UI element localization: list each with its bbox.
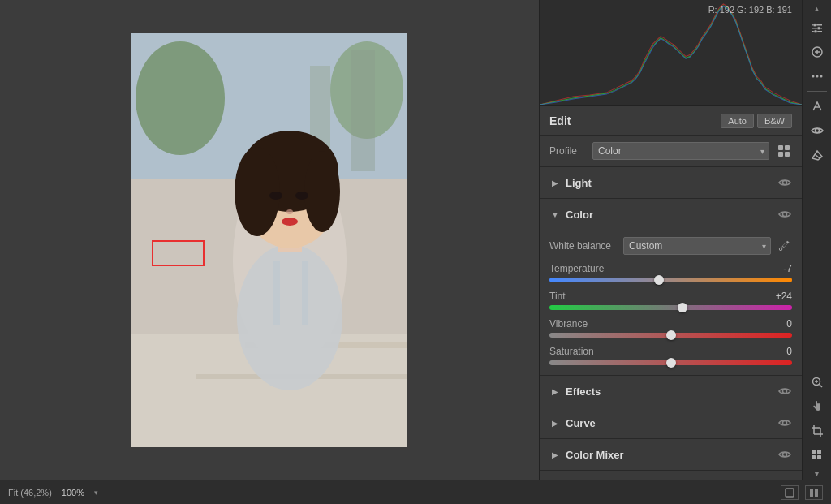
curve-eye-icon[interactable] xyxy=(777,416,792,430)
svg-rect-24 xyxy=(778,145,783,150)
svg-point-34 xyxy=(783,421,787,425)
vibrance-value: 0 xyxy=(768,318,792,330)
svg-line-44 xyxy=(815,155,820,159)
temperature-track[interactable] xyxy=(549,278,792,282)
saturation-track[interactable] xyxy=(549,360,792,365)
section-curve[interactable]: ▶ Curve xyxy=(540,407,802,439)
svg-rect-27 xyxy=(785,152,790,157)
color-title: Color xyxy=(566,209,777,221)
scroll-up-arrow[interactable]: ▲ xyxy=(806,3,829,15)
vibrance-label: Vibrance xyxy=(549,318,588,330)
curve-chevron: ▶ xyxy=(549,417,561,429)
svg-point-29 xyxy=(783,213,787,217)
saturation-row: Saturation 0 xyxy=(549,346,792,365)
svg-rect-23 xyxy=(540,0,802,105)
tool-crop-icon[interactable] xyxy=(806,420,829,442)
svg-point-20 xyxy=(282,218,298,226)
wb-select[interactable]: Custom As Shot Auto Daylight Cloudy Shad… xyxy=(623,237,771,255)
light-eye-icon[interactable] xyxy=(777,175,792,190)
tool-zoom-icon[interactable] xyxy=(806,371,829,394)
histogram-chart xyxy=(540,0,802,105)
main-layout: R: 192 G: 192 B: 191 E xyxy=(0,0,831,480)
profile-select-wrapper: Color Adobe Color Adobe Landscape Adobe … xyxy=(592,142,769,160)
svg-point-42 xyxy=(820,75,822,78)
svg-point-37 xyxy=(817,27,820,30)
panel-main: R: 192 G: 192 B: 191 E xyxy=(540,0,802,480)
svg-rect-7 xyxy=(351,50,375,171)
section-light[interactable]: ▶ Light xyxy=(540,167,802,199)
svg-rect-22 xyxy=(302,261,308,325)
auto-button[interactable]: Auto xyxy=(721,114,754,128)
photo-container xyxy=(131,33,407,447)
svg-point-36 xyxy=(813,24,816,27)
svg-point-16 xyxy=(304,151,340,232)
tint-track[interactable] xyxy=(549,305,792,310)
svg-rect-54 xyxy=(817,450,821,454)
svg-point-17 xyxy=(269,192,282,200)
tool-hand-icon[interactable] xyxy=(806,395,829,418)
scroll-down-arrow[interactable]: ▼ xyxy=(806,468,829,480)
bw-button[interactable]: B&W xyxy=(757,114,792,128)
tool-dots-icon[interactable] xyxy=(806,65,829,88)
wb-label: White balance xyxy=(549,240,618,252)
tint-row: Tint +24 xyxy=(549,291,792,310)
saturation-thumb[interactable] xyxy=(666,358,676,368)
svg-rect-25 xyxy=(785,145,790,150)
svg-rect-55 xyxy=(812,455,816,459)
effects-title: Effects xyxy=(566,386,777,398)
toolbar-right: ▲ xyxy=(802,0,831,480)
eyedropper-icon[interactable] xyxy=(776,238,792,254)
light-title: Light xyxy=(566,177,777,189)
vibrance-track[interactable] xyxy=(549,333,792,338)
tool-heal-icon[interactable] xyxy=(806,41,829,63)
effects-eye-icon[interactable] xyxy=(777,384,792,398)
color-mixer-eye-icon[interactable] xyxy=(777,447,792,462)
split-view-toggle[interactable] xyxy=(805,485,823,500)
svg-rect-21 xyxy=(273,261,280,325)
vibrance-thumb[interactable] xyxy=(666,330,676,340)
color-chevron: ▼ xyxy=(549,209,561,220)
temperature-label: Temperature xyxy=(549,263,604,274)
edit-panel[interactable]: Edit Auto B&W Profile Color Adobe Color … xyxy=(540,106,802,480)
zoom-dropdown[interactable]: ▾ xyxy=(91,487,102,498)
svg-rect-57 xyxy=(786,489,794,497)
tool-enhance-icon[interactable] xyxy=(806,95,829,118)
tool-grid-icon[interactable] xyxy=(806,444,829,467)
panel-with-toolbar: R: 192 G: 192 B: 191 E xyxy=(540,0,831,480)
tint-label: Tint xyxy=(549,291,566,302)
color-section-body: White balance Custom As Shot Auto Daylig… xyxy=(540,230,802,376)
photo-image xyxy=(131,33,407,447)
single-view-toggle[interactable] xyxy=(781,485,799,500)
vibrance-header: Vibrance 0 xyxy=(549,318,792,330)
svg-point-19 xyxy=(286,209,293,214)
svg-line-46 xyxy=(819,385,822,388)
tint-thumb[interactable] xyxy=(678,303,687,312)
zoom-label: 100% xyxy=(62,488,84,498)
toolbar-divider xyxy=(807,91,827,92)
section-effects[interactable]: ▶ Effects xyxy=(540,376,802,407)
tool-erase-icon[interactable] xyxy=(806,144,829,166)
section-color-mixer[interactable]: ▶ Color Mixer xyxy=(540,439,802,471)
profile-select[interactable]: Color Adobe Color Adobe Landscape Adobe … xyxy=(592,142,769,160)
canvas-area xyxy=(0,0,539,480)
color-mixer-chevron: ▶ xyxy=(549,449,561,460)
tool-eye-icon[interactable] xyxy=(806,119,829,142)
fit-label: Fit (46,2%) xyxy=(8,488,52,498)
white-balance-row: White balance Custom As Shot Auto Daylig… xyxy=(549,237,792,255)
svg-point-11 xyxy=(237,244,342,390)
saturation-value: 0 xyxy=(768,346,792,357)
section-color-header[interactable]: ▼ Color xyxy=(540,199,802,230)
svg-point-33 xyxy=(783,390,787,394)
photo-svg xyxy=(131,33,407,447)
color-eye-icon[interactable] xyxy=(777,207,792,222)
svg-point-28 xyxy=(783,181,787,185)
vibrance-row: Vibrance 0 xyxy=(549,318,792,338)
temperature-thumb[interactable] xyxy=(654,275,664,285)
tool-adjust-icon[interactable] xyxy=(806,16,829,39)
svg-point-38 xyxy=(814,30,817,33)
tint-header: Tint +24 xyxy=(549,291,792,302)
svg-rect-26 xyxy=(778,152,783,157)
svg-point-43 xyxy=(815,129,819,133)
svg-line-30 xyxy=(782,246,784,248)
profile-grid-icon[interactable] xyxy=(776,143,792,159)
